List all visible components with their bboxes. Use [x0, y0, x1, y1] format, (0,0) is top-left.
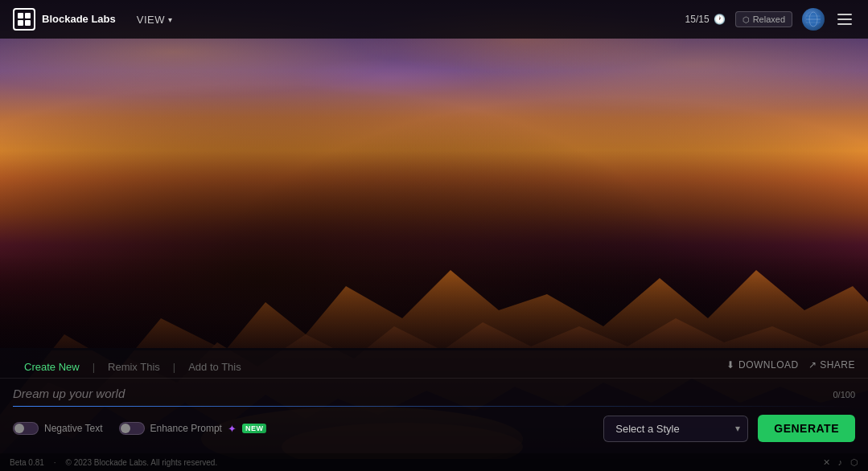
- tab-add-to-this-label: Add to This: [188, 361, 241, 373]
- footer-separator: ·: [54, 458, 56, 467]
- svg-rect-7: [25, 13, 31, 18]
- logo-name-text: Blockade Labs: [42, 13, 116, 25]
- hamburger-menu-button[interactable]: [834, 10, 855, 28]
- prompt-input[interactable]: [13, 387, 855, 400]
- topbar-right: 15/15 🕐 ⬡ Relaxed: [685, 8, 855, 31]
- tab-add-to-this[interactable]: Add to This: [177, 356, 253, 378]
- toggle-knob-2: [121, 424, 130, 433]
- tab-create-new[interactable]: Create New: [13, 356, 91, 378]
- controls-right: Select a Style Realistic Fantasy Anime L…: [603, 415, 855, 442]
- generate-button[interactable]: GENERATE: [758, 415, 855, 442]
- download-icon: ⬇: [726, 359, 735, 371]
- topbar: Blockade Labs VIEW ▾ 15/15 🕐 ⬡ Relaxed: [0, 0, 868, 39]
- relaxed-label: Relaxed: [753, 14, 785, 24]
- char-count: 0/100: [833, 390, 855, 399]
- sparkle-icon: ✦: [228, 423, 237, 435]
- credits-badge: 15/15 🕐: [685, 14, 726, 25]
- share-icon: ↗: [808, 359, 817, 371]
- chevron-down-icon: ▾: [168, 15, 173, 24]
- twitter-icon[interactable]: ✕: [823, 457, 830, 468]
- tabs-row: Create New | Remix This | Add to This ⬇ …: [0, 348, 868, 379]
- toggle-knob: [14, 424, 24, 433]
- globe-icon[interactable]: [802, 8, 825, 31]
- tab-separator-1: |: [91, 361, 97, 373]
- download-button[interactable]: ⬇ DOWNLOAD: [726, 359, 798, 371]
- footer-copyright: © 2023 Blockade Labs. All rights reserve…: [66, 458, 218, 467]
- tab-create-new-label: Create New: [24, 361, 80, 373]
- mode-indicator-icon: ⬡: [743, 15, 750, 24]
- svg-rect-9: [25, 20, 31, 26]
- instagram-icon[interactable]: ⬡: [850, 457, 858, 468]
- svg-rect-6: [18, 13, 23, 18]
- download-label: DOWNLOAD: [738, 359, 799, 371]
- logo-text: Blockade Labs: [42, 13, 116, 26]
- svg-rect-8: [18, 20, 23, 26]
- negative-text-toggle[interactable]: [13, 422, 39, 435]
- relaxed-badge: ⬡ Relaxed: [735, 11, 792, 27]
- clock-icon: 🕐: [714, 14, 726, 25]
- hamburger-line-1: [837, 14, 852, 15]
- style-select-wrapper: Select a Style Realistic Fantasy Anime L…: [603, 416, 748, 442]
- new-badge: NEW: [242, 424, 267, 433]
- generate-label: GENERATE: [774, 422, 839, 435]
- hamburger-line-2: [837, 18, 852, 20]
- enhance-prompt-toggle-group: Enhance Prompt ✦ NEW: [119, 422, 267, 435]
- view-label: VIEW: [137, 14, 165, 26]
- tab-remix-this[interactable]: Remix This: [97, 356, 171, 378]
- share-button[interactable]: ↗ SHARE: [808, 359, 855, 371]
- enhance-prompt-toggle[interactable]: [119, 422, 145, 435]
- credits-count: 15/15: [685, 14, 710, 25]
- style-select[interactable]: Select a Style Realistic Fantasy Anime L…: [603, 416, 748, 442]
- share-label: SHARE: [820, 359, 855, 371]
- hamburger-line-3: [837, 23, 852, 25]
- controls-row: Negative Text Enhance Prompt ✦ NEW Selec…: [0, 407, 868, 453]
- negative-text-label: Negative Text: [44, 423, 103, 434]
- view-menu[interactable]: VIEW ▾: [132, 10, 178, 29]
- logo-container: Blockade Labs: [13, 8, 116, 31]
- enhance-prompt-label: Enhance Prompt: [150, 423, 222, 434]
- tab-separator-2: |: [171, 361, 177, 373]
- logo-icon: [13, 8, 35, 31]
- prompt-row: 0/100: [0, 379, 868, 406]
- tiktok-icon[interactable]: ♪: [838, 457, 843, 467]
- bottom-panel: Create New | Remix This | Add to This ⬇ …: [0, 348, 868, 453]
- negative-text-toggle-group: Negative Text: [13, 422, 103, 435]
- tabs-right-actions: ⬇ DOWNLOAD ↗ SHARE: [726, 359, 855, 375]
- footer: Beta 0.81 · © 2023 Blockade Labs. All ri…: [0, 453, 868, 471]
- footer-version: Beta 0.81: [10, 458, 44, 467]
- tab-remix-this-label: Remix This: [108, 361, 160, 373]
- footer-social-icons: ✕ ♪ ⬡: [823, 457, 859, 468]
